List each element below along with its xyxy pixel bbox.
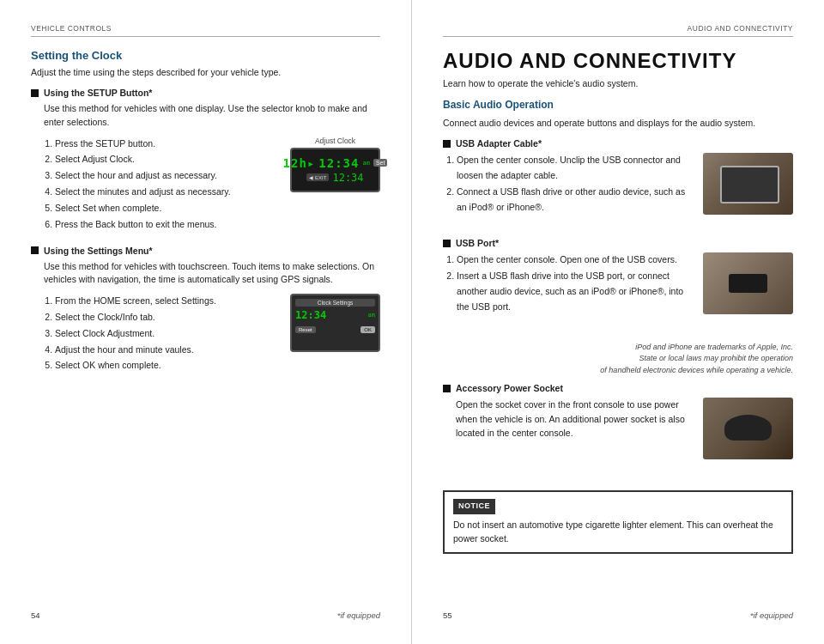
clock-exit-btn: ◀ EXIT xyxy=(306,173,329,181)
step-item: From the HOME screen, select Settings. xyxy=(55,294,282,309)
bullet-icon xyxy=(443,240,451,247)
usb-port-steps: Open the center console. Open one of the… xyxy=(443,252,694,314)
bullet-icon xyxy=(31,89,39,97)
trademark-line1: iPod and iPhone are trademarks of Apple,… xyxy=(635,343,793,351)
left-footer: 54 *if equipped xyxy=(31,602,380,620)
step-item: Select Set when complete. xyxy=(55,201,282,216)
clock-bottom-time: 12:34 xyxy=(332,172,363,184)
settings-menu-body: Use this method for vehicles with touchs… xyxy=(31,260,380,288)
settings-menu-header: Using the Settings Menu* xyxy=(31,246,380,256)
settings-reset-btn: Reset xyxy=(295,326,316,333)
clock-set-btn: Set xyxy=(373,159,388,167)
bullet-icon xyxy=(31,246,39,254)
usb-port-content: Open the center console. Open one of the… xyxy=(443,252,793,315)
step-item: Select OK when complete. xyxy=(55,358,282,374)
step-item: Press the Back button to exit the menus. xyxy=(55,217,282,233)
settings-time: 12:34 xyxy=(295,309,326,321)
left-page-number: 54 xyxy=(31,611,40,620)
clock-time: 12:34 xyxy=(318,156,359,170)
step-item: Adjust the hour and minute vaules. xyxy=(55,343,282,358)
clock-screen: 12h▸ 12:34 am Set ◀ EXIT 12:34 xyxy=(290,148,380,192)
usb-port-title: USB Port* xyxy=(456,238,499,248)
usb-port-text: Open the center console. Open one of the… xyxy=(443,252,694,315)
bullet-icon xyxy=(443,385,451,392)
basic-audio-title: Basic Audio Operation xyxy=(443,99,793,111)
setup-button-header: Using the SETUP Button* xyxy=(31,88,380,98)
usb-adapter-image xyxy=(703,153,793,215)
setup-button-body: Use this method for vehicles with one di… xyxy=(31,102,380,130)
right-header-text: AUDIO AND CONNECTIVITY xyxy=(688,24,793,33)
right-page: AUDIO AND CONNECTIVITY AUDIO AND CONNECT… xyxy=(412,0,824,644)
step-item: Select Adjust Clock. xyxy=(55,152,282,167)
setting-clock-section: Setting the Clock Adjust the time using … xyxy=(31,49,380,386)
usb-port-header: USB Port* xyxy=(443,238,793,248)
accessory-content: Open the socket cover in the front conso… xyxy=(443,398,793,459)
accessory-header: Accessory Power Socket xyxy=(443,383,793,393)
step-item: Select the hour and adjust as necessary. xyxy=(55,168,282,184)
usb-port-image xyxy=(703,252,793,314)
left-if-equipped: *if equipped xyxy=(337,611,380,620)
basic-audio-intro: Connect audio devices and operate button… xyxy=(443,118,793,128)
usb-port-image-col xyxy=(703,252,793,315)
accessory-title: Accessory Power Socket xyxy=(456,383,563,393)
step-item: Open the center console. Unclip the USB … xyxy=(457,153,694,184)
clock-am: am xyxy=(362,160,369,167)
accessory-socket-image xyxy=(703,398,793,459)
step-item: Press the SETUP button. xyxy=(55,137,282,152)
step-item: Select Clock Adjustment. xyxy=(55,326,282,342)
step-item: Insert a USB flash drive into the USB po… xyxy=(457,269,694,315)
usb-adapter-title: USB Adapter Cable* xyxy=(456,138,542,149)
accessory-body: Open the socket cover in the front conso… xyxy=(443,398,694,440)
notice-box: NOTICE Do not insert an automotive type … xyxy=(443,490,793,554)
setup-button-subsection: Using the SETUP Button* Use this method … xyxy=(31,88,380,234)
left-page: VEHICLE CONTROLS Setting the Clock Adjus… xyxy=(0,0,412,644)
trademark-line2: State or local laws may prohibit the ope… xyxy=(639,354,793,362)
setup-steps-container: Press the SETUP button. Select Adjust Cl… xyxy=(31,137,380,234)
usb-adapter-text: Open the center console. Unclip the USB … xyxy=(443,153,694,216)
big-title: AUDIO AND CONNECTIVITY xyxy=(443,49,793,73)
settings-menu-title: Using the Settings Menu* xyxy=(44,246,153,256)
right-page-number: 55 xyxy=(443,611,452,620)
section-title: Setting the Clock xyxy=(31,49,380,62)
accessory-text: Open the socket cover in the front conso… xyxy=(443,398,694,459)
settings-steps-container: From the HOME screen, select Settings. S… xyxy=(31,294,380,374)
trademark-note: iPod and iPhone are trademarks of Apple,… xyxy=(443,342,793,377)
trademark-line3: of handheld electronic devices while ope… xyxy=(600,366,793,374)
settings-am: am xyxy=(368,312,375,319)
step-item: Open the center console. Open one of the… xyxy=(457,252,694,268)
usb-port-subsection: USB Port* Open the center console. Open … xyxy=(443,238,793,325)
step-item: Select the Clock/Info tab. xyxy=(55,310,282,325)
clock-label: Adjust Clock xyxy=(315,137,355,145)
settings-screen: Clock Settings 12:34 am Reset OK xyxy=(290,294,380,352)
usb-adapter-subsection: USB Adapter Cable* Open the center conso… xyxy=(443,138,793,226)
notice-label: NOTICE xyxy=(453,499,495,514)
clock-display-image: Adjust Clock 12h▸ 12:34 am Set ◀ EXIT 12… xyxy=(290,137,380,192)
bullet-icon xyxy=(443,140,451,148)
settings-menu-subsection: Using the Settings Menu* Use this method… xyxy=(31,246,380,375)
left-header: VEHICLE CONTROLS xyxy=(31,24,380,37)
settings-title-bar: Clock Settings xyxy=(295,299,375,307)
settings-steps-list: From the HOME screen, select Settings. S… xyxy=(31,294,282,374)
right-intro: Learn how to operate the vehicle's audio… xyxy=(443,78,793,88)
settings-ok-btn: OK xyxy=(360,326,375,333)
right-header: AUDIO AND CONNECTIVITY xyxy=(443,24,793,37)
setup-button-title: Using the SETUP Button* xyxy=(44,88,152,98)
right-footer: 55 *if equipped xyxy=(443,602,793,620)
left-header-text: VEHICLE CONTROLS xyxy=(31,24,112,33)
clock-hours: 12h▸ xyxy=(283,156,316,170)
settings-display-image: Clock Settings 12:34 am Reset OK xyxy=(290,294,380,352)
usb-adapter-image-col xyxy=(703,153,793,216)
usb-adapter-steps: Open the center console. Unclip the USB … xyxy=(443,153,694,215)
usb-adapter-header: USB Adapter Cable* xyxy=(443,138,793,149)
intro-text: Adjust the time using the steps describe… xyxy=(31,67,380,77)
right-if-equipped: *if equipped xyxy=(750,611,793,620)
notice-text: Do not insert an automotive type cigaret… xyxy=(453,519,783,546)
usb-adapter-content: Open the center console. Unclip the USB … xyxy=(443,153,793,216)
accessory-image-col xyxy=(703,398,793,459)
accessory-subsection: Accessory Power Socket Open the socket c… xyxy=(443,383,793,470)
setup-steps-list: Press the SETUP button. Select Adjust Cl… xyxy=(31,137,282,234)
step-item: Select the minutes and adjust as necessa… xyxy=(55,185,282,200)
step-item: Connect a USB flash drive or other audio… xyxy=(457,185,694,216)
